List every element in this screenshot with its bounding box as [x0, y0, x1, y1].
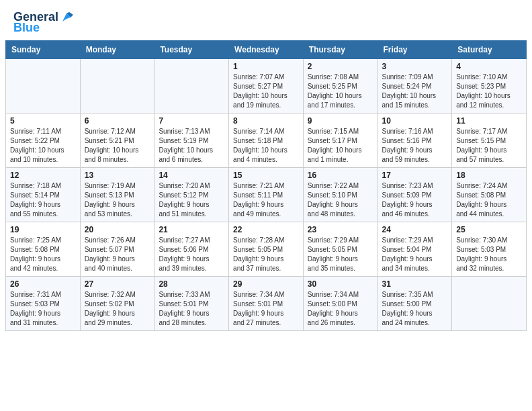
calendar-cell: 26Sunrise: 7:31 AMSunset: 5:03 PMDayligh… [6, 276, 81, 330]
calendar-table: SundayMondayTuesdayWednesdayThursdayFrid… [5, 40, 527, 331]
day-number: 28 [159, 279, 224, 289]
day-number: 27 [85, 279, 150, 289]
calendar-week-5: 26Sunrise: 7:31 AMSunset: 5:03 PMDayligh… [6, 276, 527, 330]
page-header: General Blue [0, 0, 532, 40]
day-number: 12 [10, 171, 76, 180]
day-info: Sunrise: 7:18 AMSunset: 5:14 PMDaylight:… [10, 181, 76, 219]
day-number: 22 [233, 225, 299, 234]
day-number: 20 [85, 225, 150, 234]
day-number: 14 [159, 171, 224, 180]
day-info: Sunrise: 7:34 AMSunset: 5:01 PMDaylight:… [233, 290, 299, 328]
day-number: 4 [456, 62, 522, 71]
calendar-cell: 16Sunrise: 7:22 AMSunset: 5:10 PMDayligh… [303, 167, 378, 222]
calendar-cell: 23Sunrise: 7:29 AMSunset: 5:05 PMDayligh… [303, 222, 378, 276]
calendar-cell: 21Sunrise: 7:27 AMSunset: 5:06 PMDayligh… [154, 222, 229, 276]
day-number: 1 [233, 62, 299, 71]
calendar-cell: 11Sunrise: 7:17 AMSunset: 5:15 PMDayligh… [452, 113, 527, 167]
day-info: Sunrise: 7:33 AMSunset: 5:01 PMDaylight:… [159, 290, 224, 328]
day-number: 16 [308, 171, 373, 180]
weekday-header-sunday: Sunday [6, 40, 81, 58]
day-info: Sunrise: 7:30 AMSunset: 5:03 PMDaylight:… [456, 236, 522, 273]
calendar-cell: 30Sunrise: 7:34 AMSunset: 5:00 PMDayligh… [303, 276, 378, 330]
day-number: 25 [456, 225, 522, 234]
calendar-cell: 4Sunrise: 7:10 AMSunset: 5:23 PMDaylight… [452, 58, 527, 113]
day-info: Sunrise: 7:23 AMSunset: 5:09 PMDaylight:… [382, 181, 448, 219]
calendar-body: 1Sunrise: 7:07 AMSunset: 5:27 PMDaylight… [6, 58, 527, 330]
calendar-cell [452, 276, 527, 330]
calendar-week-1: 1Sunrise: 7:07 AMSunset: 5:27 PMDaylight… [6, 58, 527, 113]
logo: General Blue [13, 11, 73, 35]
calendar-week-2: 5Sunrise: 7:11 AMSunset: 5:22 PMDaylight… [6, 113, 527, 167]
day-number: 15 [233, 171, 299, 180]
calendar-cell: 18Sunrise: 7:24 AMSunset: 5:08 PMDayligh… [452, 167, 527, 222]
calendar-cell: 14Sunrise: 7:20 AMSunset: 5:12 PMDayligh… [154, 167, 229, 222]
day-info: Sunrise: 7:21 AMSunset: 5:11 PMDaylight:… [233, 181, 299, 219]
calendar-cell [6, 58, 81, 113]
calendar-cell: 29Sunrise: 7:34 AMSunset: 5:01 PMDayligh… [229, 276, 304, 330]
weekday-header-friday: Friday [378, 40, 452, 58]
calendar-cell: 20Sunrise: 7:26 AMSunset: 5:07 PMDayligh… [80, 222, 154, 276]
day-info: Sunrise: 7:29 AMSunset: 5:05 PMDaylight:… [308, 236, 373, 273]
calendar-cell: 24Sunrise: 7:29 AMSunset: 5:04 PMDayligh… [378, 222, 452, 276]
day-info: Sunrise: 7:34 AMSunset: 5:00 PMDaylight:… [308, 290, 373, 328]
calendar-cell: 28Sunrise: 7:33 AMSunset: 5:01 PMDayligh… [154, 276, 229, 330]
logo-blue-text: Blue [13, 21, 40, 35]
calendar-cell: 5Sunrise: 7:11 AMSunset: 5:22 PMDaylight… [6, 113, 81, 167]
day-number: 13 [85, 171, 150, 180]
weekday-header-monday: Monday [80, 40, 154, 58]
day-number: 31 [382, 279, 448, 289]
weekday-row: SundayMondayTuesdayWednesdayThursdayFrid… [6, 40, 527, 58]
calendar-cell: 17Sunrise: 7:23 AMSunset: 5:09 PMDayligh… [378, 167, 452, 222]
day-number: 11 [456, 116, 522, 126]
day-number: 23 [308, 225, 373, 234]
calendar-week-4: 19Sunrise: 7:25 AMSunset: 5:08 PMDayligh… [6, 222, 527, 276]
day-number: 8 [233, 116, 299, 126]
calendar-header: SundayMondayTuesdayWednesdayThursdayFrid… [6, 40, 527, 58]
day-info: Sunrise: 7:28 AMSunset: 5:05 PMDaylight:… [233, 236, 299, 273]
day-info: Sunrise: 7:19 AMSunset: 5:13 PMDaylight:… [85, 181, 150, 219]
day-info: Sunrise: 7:35 AMSunset: 5:00 PMDaylight:… [382, 290, 448, 328]
day-number: 7 [159, 116, 224, 126]
day-number: 2 [308, 62, 373, 71]
day-info: Sunrise: 7:10 AMSunset: 5:23 PMDaylight:… [456, 73, 522, 110]
day-info: Sunrise: 7:08 AMSunset: 5:25 PMDaylight:… [308, 73, 373, 110]
calendar-cell: 22Sunrise: 7:28 AMSunset: 5:05 PMDayligh… [229, 222, 304, 276]
day-info: Sunrise: 7:14 AMSunset: 5:18 PMDaylight:… [233, 127, 299, 165]
day-info: Sunrise: 7:31 AMSunset: 5:03 PMDaylight:… [10, 290, 76, 328]
calendar-cell: 10Sunrise: 7:16 AMSunset: 5:16 PMDayligh… [378, 113, 452, 167]
weekday-header-wednesday: Wednesday [229, 40, 304, 58]
day-info: Sunrise: 7:15 AMSunset: 5:17 PMDaylight:… [308, 127, 373, 165]
calendar-cell: 12Sunrise: 7:18 AMSunset: 5:14 PMDayligh… [6, 167, 81, 222]
day-number: 5 [10, 116, 76, 126]
weekday-header-thursday: Thursday [303, 40, 378, 58]
calendar-cell [154, 58, 229, 113]
calendar-cell: 3Sunrise: 7:09 AMSunset: 5:24 PMDaylight… [378, 58, 452, 113]
day-info: Sunrise: 7:09 AMSunset: 5:24 PMDaylight:… [382, 73, 448, 110]
day-number: 6 [85, 116, 150, 126]
calendar-cell: 2Sunrise: 7:08 AMSunset: 5:25 PMDaylight… [303, 58, 378, 113]
day-number: 3 [382, 62, 448, 71]
logo-bird-icon [60, 11, 73, 24]
calendar-cell: 9Sunrise: 7:15 AMSunset: 5:17 PMDaylight… [303, 113, 378, 167]
calendar-cell: 25Sunrise: 7:30 AMSunset: 5:03 PMDayligh… [452, 222, 527, 276]
day-info: Sunrise: 7:16 AMSunset: 5:16 PMDaylight:… [382, 127, 448, 165]
day-info: Sunrise: 7:13 AMSunset: 5:19 PMDaylight:… [159, 127, 224, 165]
day-info: Sunrise: 7:22 AMSunset: 5:10 PMDaylight:… [308, 181, 373, 219]
weekday-header-tuesday: Tuesday [154, 40, 229, 58]
day-info: Sunrise: 7:24 AMSunset: 5:08 PMDaylight:… [456, 181, 522, 219]
day-info: Sunrise: 7:17 AMSunset: 5:15 PMDaylight:… [456, 127, 522, 165]
day-number: 29 [233, 279, 299, 289]
day-number: 19 [10, 225, 76, 234]
day-number: 9 [308, 116, 373, 126]
day-info: Sunrise: 7:20 AMSunset: 5:12 PMDaylight:… [159, 181, 224, 219]
day-info: Sunrise: 7:26 AMSunset: 5:07 PMDaylight:… [85, 236, 150, 273]
day-info: Sunrise: 7:12 AMSunset: 5:21 PMDaylight:… [85, 127, 150, 165]
day-info: Sunrise: 7:11 AMSunset: 5:22 PMDaylight:… [10, 127, 76, 165]
calendar-week-3: 12Sunrise: 7:18 AMSunset: 5:14 PMDayligh… [6, 167, 527, 222]
day-number: 10 [382, 116, 448, 126]
day-number: 24 [382, 225, 448, 234]
weekday-header-saturday: Saturday [452, 40, 527, 58]
calendar-cell: 1Sunrise: 7:07 AMSunset: 5:27 PMDaylight… [229, 58, 304, 113]
calendar-cell [80, 58, 154, 113]
calendar-cell: 19Sunrise: 7:25 AMSunset: 5:08 PMDayligh… [6, 222, 81, 276]
